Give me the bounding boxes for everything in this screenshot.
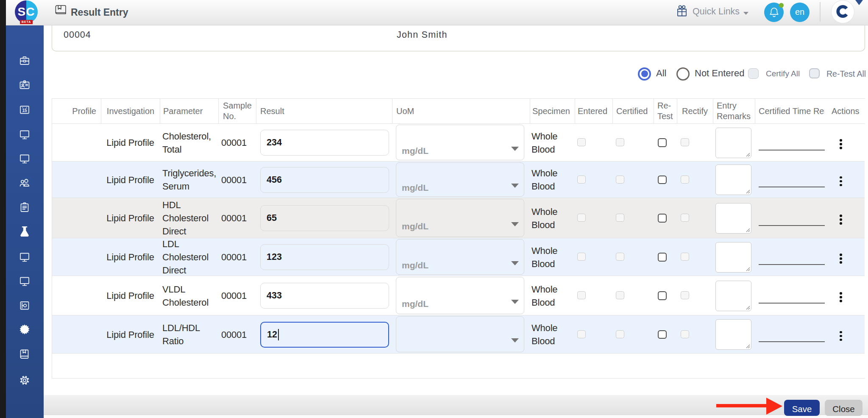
svg-text:15: 15 <box>22 108 27 113</box>
